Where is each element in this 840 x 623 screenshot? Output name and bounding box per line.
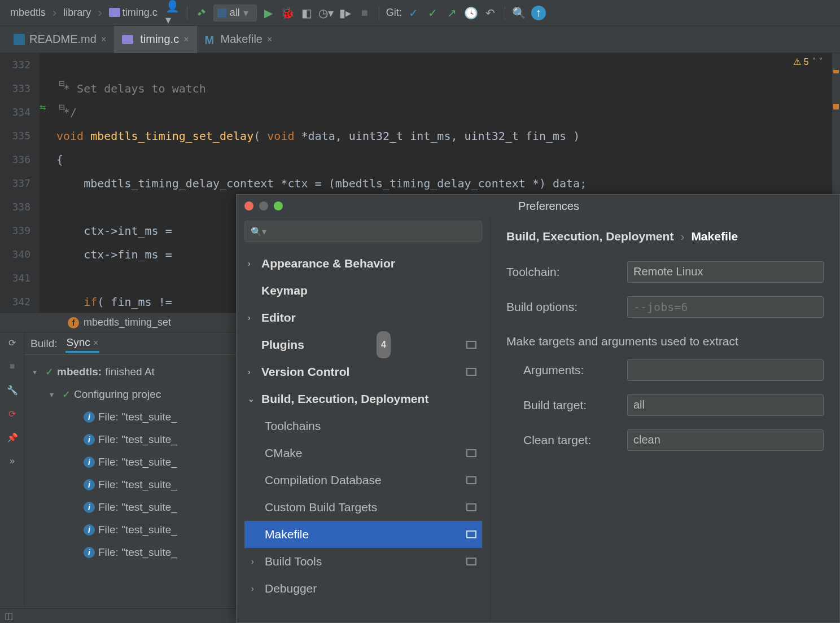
scope-icon bbox=[466, 503, 476, 511]
commit-icon[interactable]: ✓ bbox=[426, 6, 440, 20]
close-window-icon[interactable] bbox=[244, 201, 253, 210]
code-token: uint32_t bbox=[349, 129, 410, 143]
stop-icon[interactable]: ■ bbox=[357, 6, 372, 20]
pin-icon[interactable]: 📌 bbox=[6, 431, 19, 444]
preferences-tree: ›Appearance & Behavior Keymap ›Editor Pl… bbox=[244, 250, 482, 602]
node-makefile[interactable]: Makefile bbox=[244, 521, 482, 548]
crumb-root[interactable]: mbedtls bbox=[7, 6, 49, 20]
toolchain-select[interactable]: Remote Linux bbox=[627, 261, 824, 283]
chevron-right-icon: › bbox=[251, 548, 260, 575]
code-token: mbedtls_timing_set_delay bbox=[90, 129, 253, 143]
more-icon[interactable]: » bbox=[6, 454, 19, 468]
scope-icon bbox=[466, 476, 476, 484]
code-token: ( bbox=[253, 129, 267, 143]
tab-readme[interactable]: README.md× bbox=[6, 26, 114, 53]
node-buildtools[interactable]: ›Build Tools bbox=[244, 548, 482, 575]
code-token: int_ms, bbox=[410, 129, 464, 143]
node-debugger[interactable]: ›Debugger bbox=[244, 575, 482, 602]
search-icon: 🔍▾ bbox=[251, 226, 266, 237]
crumb-library[interactable]: library bbox=[60, 6, 94, 20]
close-icon[interactable]: × bbox=[267, 34, 272, 45]
wrench-icon[interactable]: 🔧 bbox=[6, 383, 19, 397]
info-icon: i bbox=[84, 524, 95, 536]
dialog-titlebar[interactable]: Preferences bbox=[237, 195, 839, 217]
warn-count: 5 bbox=[804, 57, 809, 67]
history-icon[interactable]: 🕓 bbox=[464, 6, 479, 20]
content-breadcrumb: Build, Execution, Deployment › Makefile bbox=[506, 230, 824, 243]
build-tab-sync[interactable]: Sync × bbox=[65, 334, 100, 353]
run-config-label: all bbox=[230, 7, 240, 19]
node-keymap[interactable]: Keymap bbox=[244, 277, 482, 304]
close-icon[interactable]: × bbox=[93, 338, 98, 348]
git-marker-icon: ⇆ bbox=[40, 103, 46, 112]
info-icon: i bbox=[84, 434, 95, 445]
cleantarget-input[interactable]: clean bbox=[627, 429, 824, 451]
markdown-icon bbox=[14, 34, 25, 45]
editor-crumb-label[interactable]: mbedtls_timing_set bbox=[84, 317, 171, 328]
node-custom[interactable]: Custom Build Targets bbox=[244, 494, 482, 521]
attach-icon[interactable]: ▮▸ bbox=[338, 6, 353, 20]
rollback-icon[interactable]: ↶ bbox=[483, 6, 498, 20]
node-label: Build, Execution, Deployment bbox=[261, 385, 428, 413]
maximize-window-icon[interactable] bbox=[274, 201, 283, 210]
user-icon[interactable]: 👤▾ bbox=[165, 6, 180, 20]
statusbar-icon[interactable]: ◫ bbox=[5, 611, 13, 621]
tab-label: README.md bbox=[29, 33, 97, 46]
profile-icon[interactable]: ◷▾ bbox=[319, 6, 334, 20]
minimize-window-icon[interactable] bbox=[259, 201, 268, 210]
code-token bbox=[56, 295, 84, 309]
tab-makefile[interactable]: MMakefile× bbox=[197, 26, 281, 53]
tree-label: File: "test_suite_ bbox=[98, 496, 177, 519]
node-bed[interactable]: ⌄Build, Execution, Deployment bbox=[244, 385, 482, 413]
debug-icon[interactable]: 🐞 bbox=[281, 6, 295, 20]
fold-icon[interactable]: ⊟ bbox=[59, 103, 65, 111]
line-no: 336 bbox=[0, 148, 30, 172]
refresh-icon[interactable]: ⟳ bbox=[6, 336, 19, 349]
info-icon: i bbox=[84, 479, 95, 490]
push-icon[interactable]: ↗ bbox=[445, 6, 460, 20]
node-label: Build Tools bbox=[265, 548, 322, 575]
node-plugins[interactable]: Plugins4 bbox=[244, 331, 482, 358]
search-icon[interactable]: 🔍 bbox=[512, 6, 527, 20]
hammer-icon[interactable] bbox=[194, 6, 209, 20]
search-input[interactable]: 🔍▾ bbox=[244, 221, 482, 242]
update-icon[interactable]: ✓ bbox=[406, 6, 421, 20]
reload-icon[interactable]: ⟳ bbox=[6, 407, 19, 420]
chevron-right-icon: › bbox=[51, 6, 58, 20]
code-line: ctx->fin_ms = bbox=[56, 248, 172, 261]
node-label: Editor bbox=[261, 304, 296, 331]
arguments-input[interactable] bbox=[627, 359, 824, 381]
buildtarget-input[interactable]: all bbox=[627, 394, 824, 416]
close-icon[interactable]: × bbox=[101, 34, 106, 45]
fold-icon[interactable]: ⊟ bbox=[59, 79, 65, 87]
separator bbox=[187, 6, 187, 20]
node-cmake[interactable]: CMake bbox=[244, 440, 482, 467]
close-icon[interactable]: × bbox=[183, 34, 189, 45]
run-icon[interactable]: ▶ bbox=[261, 6, 276, 20]
tree-label: File: "test_suite_ bbox=[98, 428, 177, 451]
chevron-right-icon: › bbox=[680, 230, 684, 243]
node-label: Makefile bbox=[265, 521, 309, 548]
run-config-select[interactable]: all ▾ bbox=[213, 5, 257, 21]
node-editor[interactable]: ›Editor bbox=[244, 304, 482, 331]
code-token: ( fin_ms != bbox=[97, 295, 172, 309]
tree-label: File: "test_suite_ bbox=[98, 451, 177, 473]
tab-timing[interactable]: timing.c× bbox=[114, 26, 196, 53]
code-line: ctx->int_ms = bbox=[56, 224, 172, 238]
code-token: if bbox=[84, 295, 97, 309]
node-vcs[interactable]: ›Version Control bbox=[244, 358, 482, 385]
node-compdb[interactable]: Compilation Database bbox=[244, 467, 482, 494]
crumb-file[interactable]: timing.c bbox=[106, 6, 161, 20]
buildopt-input[interactable]: --jobs=6 bbox=[627, 296, 824, 318]
bc-l1[interactable]: Build, Execution, Deployment bbox=[506, 230, 673, 243]
inspections-badge[interactable]: ⚠ 5 ˄ ˅ bbox=[793, 56, 823, 67]
stop-icon[interactable]: ■ bbox=[6, 359, 19, 373]
coverage-icon[interactable]: ◧ bbox=[300, 6, 314, 20]
sync-icon[interactable]: ↑ bbox=[531, 6, 546, 20]
node-appearance[interactable]: ›Appearance & Behavior bbox=[244, 250, 482, 277]
info-icon: i bbox=[84, 457, 95, 468]
label-args: Arguments: bbox=[506, 363, 614, 377]
node-toolchains[interactable]: Toolchains bbox=[244, 413, 482, 440]
tree-label: File: "test_suite_ bbox=[98, 406, 177, 428]
chevron-down-icon: ▾ bbox=[50, 383, 59, 406]
